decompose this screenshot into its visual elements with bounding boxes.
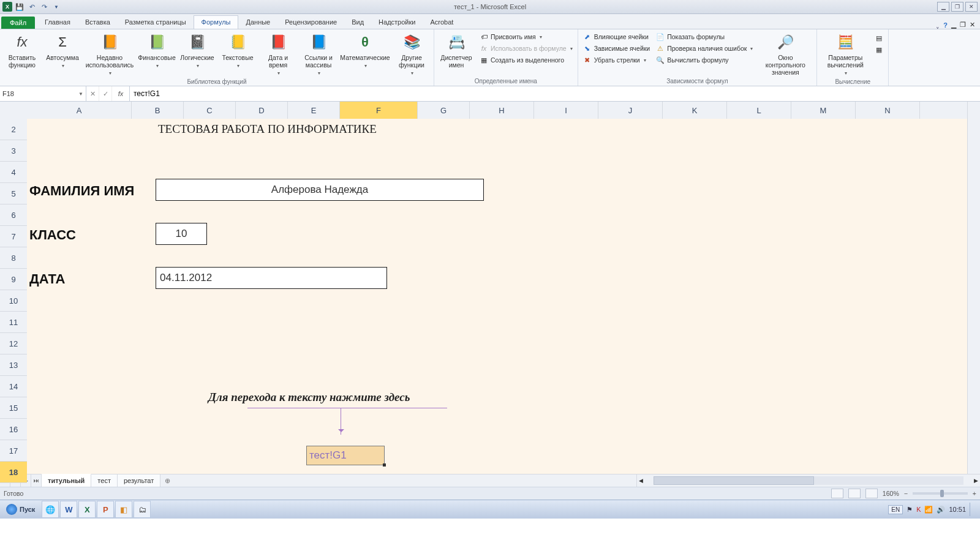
col-header-M[interactable]: M	[791, 102, 856, 119]
row-header-6[interactable]: 6	[0, 204, 27, 226]
row-header-15[interactable]: 15	[0, 397, 27, 419]
calc-now-button[interactable]: ▤	[873, 33, 884, 43]
define-name-button[interactable]: 🏷Присвоить имя	[478, 32, 574, 42]
tab-insert[interactable]: Вставка	[78, 16, 118, 29]
taskbar-excel-icon[interactable]: X	[78, 501, 96, 518]
row-header-11[interactable]: 11	[0, 312, 27, 333]
name-box[interactable]: F18 ▼	[0, 86, 86, 101]
row-header-3[interactable]: 3	[0, 140, 27, 162]
zoom-slider[interactable]	[913, 492, 968, 495]
row-header-13[interactable]: 13	[0, 354, 27, 376]
select-all-corner[interactable]	[0, 102, 28, 119]
undo-icon[interactable]: ↶	[27, 2, 37, 12]
row-header-14[interactable]: 14	[0, 376, 27, 397]
language-indicator[interactable]: EN	[888, 505, 903, 514]
input-fullname[interactable]: Алферова Надежда	[156, 179, 484, 201]
restore-button[interactable]: ❐	[951, 2, 963, 12]
taskbar-chrome-icon[interactable]: 🌐	[42, 501, 59, 518]
enter-icon[interactable]: ✓	[99, 86, 112, 101]
error-checking-button[interactable]: ⚠Проверка наличия ошибок	[655, 43, 754, 53]
zoom-out-button[interactable]: −	[904, 490, 908, 497]
cancel-icon[interactable]: ✕	[86, 86, 99, 101]
row-header-17[interactable]: 17	[0, 440, 27, 462]
taskbar-app-icon[interactable]: ◧	[115, 501, 132, 518]
horizontal-scrollbar[interactable]: ◀ ▶	[636, 474, 980, 487]
row-header-5[interactable]: 5	[0, 183, 27, 204]
tray-kaspersky-icon[interactable]: K	[916, 506, 921, 513]
autosum-button[interactable]: Σ Автосумма	[44, 31, 81, 70]
tray-volume-icon[interactable]: 🔊	[937, 506, 945, 514]
col-header-N[interactable]: N	[856, 102, 920, 119]
remove-arrows-button[interactable]: ✖Убрать стрелки	[582, 55, 652, 65]
formula-input[interactable]	[130, 86, 980, 101]
col-header-K[interactable]: K	[663, 102, 727, 119]
col-header-G[interactable]: G	[418, 102, 470, 119]
vertical-scrollbar[interactable]	[967, 102, 980, 474]
use-in-formula-button[interactable]: fxИспользовать в формуле	[478, 43, 574, 53]
col-header-B[interactable]: B	[132, 102, 184, 119]
help-icon[interactable]: ?	[943, 21, 948, 29]
evaluate-formula-button[interactable]: 🔍Вычислить формулу	[655, 55, 754, 65]
tab-file[interactable]: Файл	[1, 17, 35, 29]
tab-view[interactable]: Вид	[344, 16, 371, 29]
col-header-C[interactable]: C	[184, 102, 236, 119]
sheet-tab-test[interactable]: тест	[91, 474, 118, 487]
sheet-nav-last-icon[interactable]: ⏭	[31, 474, 42, 487]
minimize-ribbon-button[interactable]: ▁	[937, 2, 949, 12]
tab-addins[interactable]: Надстройки	[371, 16, 423, 29]
window-restore-icon[interactable]: ❐	[960, 21, 966, 29]
minimize-ribbon-icon[interactable]: ˬ	[936, 21, 940, 29]
row-header-8[interactable]: 8	[0, 247, 27, 269]
text-button[interactable]: 📒 Текстовые	[219, 31, 256, 70]
taskbar-word-icon[interactable]: W	[60, 501, 77, 518]
taskbar-explorer-icon[interactable]: 🗂	[134, 501, 151, 518]
tab-page-layout[interactable]: Разметка страницы	[118, 16, 194, 29]
row-header-18[interactable]: 18	[0, 462, 27, 483]
sheet-tab-title[interactable]: титульный	[42, 474, 91, 487]
redo-icon[interactable]: ↷	[39, 2, 49, 12]
start-button[interactable]: Пуск	[0, 500, 41, 519]
cells-canvas[interactable]: ТЕСТОВАЯ РАБОТА ПО ИНФОРМАТИКЕ ФАМИЛИЯ И…	[27, 119, 968, 474]
trace-precedents-button[interactable]: ⬈Влияющие ячейки	[582, 32, 652, 42]
row-header-2[interactable]: 2	[0, 119, 27, 140]
tray-flag-icon[interactable]: ⚑	[907, 506, 913, 514]
tab-home[interactable]: Главная	[37, 16, 78, 29]
col-header-I[interactable]: I	[534, 102, 598, 119]
col-header-A[interactable]: A	[27, 102, 132, 119]
name-manager-button[interactable]: 📇 Диспетчер имен	[438, 31, 475, 69]
view-normal-button[interactable]	[831, 489, 843, 498]
tab-review[interactable]: Рецензирование	[277, 16, 344, 29]
col-header-E[interactable]: E	[288, 102, 340, 119]
window-min-icon[interactable]: ▁	[951, 21, 956, 29]
hyperlink-cell[interactable]: тест!G1	[306, 446, 385, 465]
input-class[interactable]: 10	[156, 223, 207, 245]
input-date[interactable]: 04.11.2012	[156, 267, 387, 289]
calc-sheet-button[interactable]: ▦	[873, 45, 884, 54]
logical-button[interactable]: 📓 Логические	[179, 31, 216, 70]
row-header-7[interactable]: 7	[0, 226, 27, 247]
row-header-4[interactable]: 4	[0, 162, 27, 183]
col-header-L[interactable]: L	[727, 102, 791, 119]
taskbar-powerpoint-icon[interactable]: P	[97, 501, 114, 518]
recently-used-button[interactable]: 📙 Недавно использовались	[85, 31, 135, 77]
tab-formulas[interactable]: Формулы	[194, 15, 239, 29]
name-box-dropdown-icon[interactable]: ▼	[78, 91, 83, 97]
show-formulas-button[interactable]: 📄Показать формулы	[655, 32, 754, 42]
datetime-button[interactable]: 📕 Дата и время	[260, 31, 296, 77]
col-header-J[interactable]: J	[598, 102, 663, 119]
insert-function-button[interactable]: fx Вставить функцию	[4, 31, 40, 69]
view-layout-button[interactable]	[848, 489, 861, 498]
trace-dependents-button[interactable]: ⬊Зависимые ячейки	[582, 43, 652, 53]
zoom-in-button[interactable]: +	[973, 490, 976, 497]
row-header-16[interactable]: 16	[0, 419, 27, 440]
sheet-tab-result[interactable]: результат	[118, 474, 160, 487]
view-pagebreak-button[interactable]	[865, 489, 878, 498]
tray-network-icon[interactable]: 📶	[924, 506, 933, 514]
row-header-10[interactable]: 10	[0, 290, 27, 312]
col-header-H[interactable]: H	[470, 102, 534, 119]
close-button[interactable]: ✕	[965, 2, 978, 12]
col-header-F[interactable]: F	[340, 102, 418, 119]
insert-fx-icon[interactable]: fx	[112, 86, 130, 101]
lookup-button[interactable]: 📘 Ссылки и массивы	[300, 31, 337, 77]
row-header-12[interactable]: 12	[0, 333, 27, 354]
